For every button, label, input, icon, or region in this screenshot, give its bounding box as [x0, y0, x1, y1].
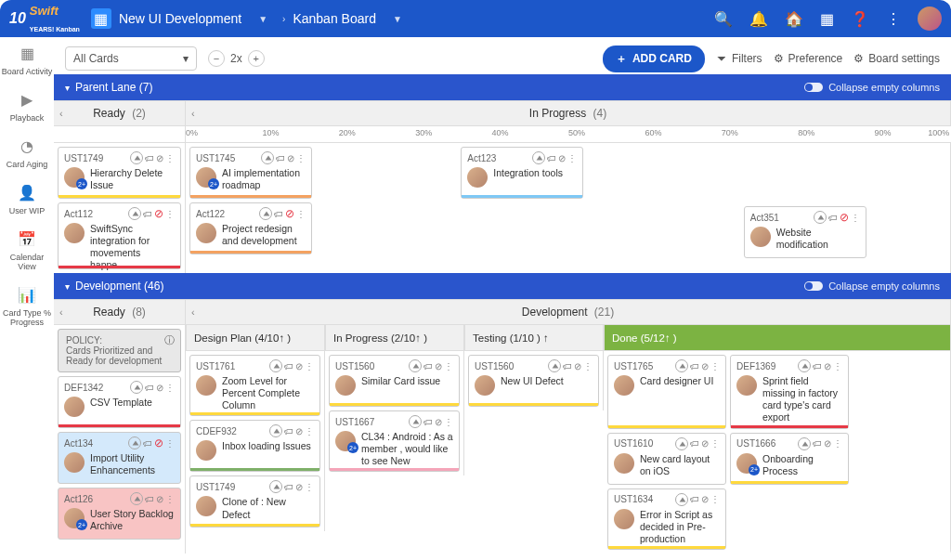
assignee-avatar[interactable] [335, 375, 356, 396]
sidebar-item-user-wip[interactable]: 👤User WIP [0, 184, 54, 215]
board-settings-button[interactable]: ⚙Board settings [853, 52, 940, 65]
user-avatar[interactable] [918, 7, 942, 31]
tag-icon[interactable]: 🏷 [145, 153, 154, 163]
kanban-card[interactable]: DEF1369 🏷 ⊘ ⋮ Sprint field missing in fa… [730, 355, 849, 429]
assignee-avatar[interactable] [196, 167, 216, 188]
hierarchy-icon[interactable] [798, 359, 811, 372]
kebab-icon[interactable]: ⋮ [305, 482, 314, 492]
tag-icon[interactable]: 🏷 [563, 361, 572, 371]
kanban-card[interactable]: DEF1342 🏷 ⊘ ⋮ CSV Template [58, 376, 181, 428]
board-name[interactable]: New UI Development [119, 11, 241, 26]
assignee-avatar[interactable] [196, 223, 216, 243]
hierarchy-icon[interactable] [128, 207, 141, 220]
kebab-icon[interactable]: ⋮ [710, 494, 720, 504]
assignee-avatar[interactable] [614, 375, 634, 396]
sidebar-item-calendar[interactable]: 📅Calendar View [0, 230, 54, 271]
hierarchy-icon[interactable] [675, 359, 688, 372]
zoom-in-button[interactable]: + [248, 50, 265, 67]
assignee-avatar[interactable] [475, 375, 495, 396]
kanban-card[interactable]: CDEF932 🏷 ⊘ ⋮ Inbox loading Issues [189, 420, 320, 472]
tag-icon[interactable]: 🏷 [690, 494, 699, 504]
kebab-icon[interactable]: ⋮ [886, 10, 901, 28]
tag-icon[interactable]: 🏷 [423, 361, 433, 371]
hierarchy-icon[interactable] [409, 415, 422, 428]
assignee-avatar[interactable] [64, 167, 85, 188]
kanban-card[interactable]: UST1761 🏷 ⊘ ⋮ Zoom Level for Percent Com… [189, 355, 320, 416]
kebab-icon[interactable]: ⋮ [296, 153, 306, 163]
tag-icon[interactable]: 🏷 [690, 361, 699, 371]
column-header-ready[interactable]: ‹ Ready (8) [54, 300, 186, 324]
kebab-icon[interactable]: ⋮ [710, 361, 720, 371]
hierarchy-icon[interactable] [130, 492, 143, 505]
info-icon[interactable]: ⓘ [164, 333, 175, 347]
kanban-card[interactable]: UST1667 🏷 ⊘ ⋮ CL34 : Android : As a memb… [329, 410, 460, 472]
card-filter-dropdown[interactable]: All Cards ▾ [65, 46, 197, 71]
kanban-card[interactable]: UST1749 🏷 ⊘ ⋮ Clone of : New Defect [189, 475, 320, 527]
kebab-icon[interactable]: ⋮ [444, 417, 453, 427]
help-icon[interactable]: ❓ [851, 10, 869, 28]
tag-icon[interactable]: 🏷 [276, 153, 285, 163]
hierarchy-icon[interactable] [130, 151, 143, 164]
kanban-card[interactable]: Act123 🏷 ⊘ ⋮ Integration tools [461, 147, 583, 199]
sidebar-item-board-activity[interactable]: ▦Board Activity [0, 45, 54, 76]
hierarchy-icon[interactable] [675, 437, 688, 450]
tag-icon[interactable]: 🏷 [813, 438, 822, 449]
chevron-down-icon[interactable]: ▼ [393, 14, 402, 24]
hierarchy-icon[interactable] [548, 359, 561, 372]
kebab-icon[interactable]: ⋮ [833, 438, 842, 449]
column-header-development[interactable]: ‹ Development (21) [186, 300, 951, 324]
assignee-avatar[interactable] [64, 452, 85, 473]
kebab-icon[interactable]: ⋮ [851, 213, 860, 223]
kebab-icon[interactable]: ⋮ [165, 383, 175, 393]
kebab-icon[interactable]: ⋮ [567, 153, 577, 163]
subcolumn-testing[interactable]: Testing (1/10 ) ↑ [464, 325, 604, 351]
tag-icon[interactable]: 🏷 [284, 361, 293, 371]
tag-icon[interactable]: 🏷 [547, 153, 556, 163]
kanban-card[interactable]: UST1749 🏷 ⊘ ⋮ Hierarchy Delete Issue [58, 147, 181, 199]
kebab-icon[interactable]: ⋮ [444, 361, 453, 371]
kebab-icon[interactable]: ⋮ [165, 494, 175, 504]
apps-icon[interactable]: ▦ [820, 10, 834, 28]
hierarchy-icon[interactable] [269, 480, 282, 493]
collapse-toggle[interactable] [804, 83, 823, 92]
lane-header-development[interactable]: ▾ Development (46) Collapse empty column… [54, 273, 951, 299]
assignee-avatar[interactable] [736, 375, 757, 396]
kanban-card[interactable]: UST1560 🏷 ⊘ ⋮ Similar Card issue [329, 355, 460, 407]
tag-icon[interactable]: 🏷 [145, 494, 154, 504]
subcolumn-inprogress[interactable]: In Progress (2/10↑ ) [325, 325, 464, 351]
kanban-card[interactable]: Act112 🏷 ⊘ ⋮ SwiftSync integration for m… [58, 202, 181, 269]
zoom-out-button[interactable]: − [208, 50, 225, 67]
kanban-card[interactable]: Act134 🏷 ⊘ ⋮ Import Utility Enhancements [58, 432, 181, 484]
column-header-inprogress[interactable]: ‹ In Progress (4) [186, 101, 951, 125]
kanban-card[interactable]: UST1666 🏷 ⊘ ⋮ Onboarding Process [730, 433, 849, 485]
tag-icon[interactable]: 🏷 [690, 438, 699, 449]
chevron-down-icon[interactable]: ▼ [258, 14, 267, 24]
assignee-avatar[interactable] [64, 223, 85, 243]
hierarchy-icon[interactable] [409, 359, 422, 372]
assignee-avatar[interactable] [614, 509, 634, 529]
kebab-icon[interactable]: ⋮ [165, 209, 175, 219]
assignee-avatar[interactable] [64, 508, 85, 528]
hierarchy-icon[interactable] [269, 359, 282, 372]
hierarchy-icon[interactable] [261, 151, 274, 164]
preference-button[interactable]: ⚙Preference [774, 52, 843, 65]
tag-icon[interactable]: 🏷 [828, 213, 838, 223]
kebab-icon[interactable]: ⋮ [583, 361, 593, 371]
hierarchy-icon[interactable] [130, 381, 143, 394]
kanban-card[interactable]: UST1765 🏷 ⊘ ⋮ Card designer UI [607, 355, 726, 429]
assignee-avatar[interactable] [335, 431, 356, 451]
tag-icon[interactable]: 🏷 [274, 209, 283, 219]
kanban-card[interactable]: Act126 🏷 ⊘ ⋮ User Story Backlog Archive [58, 488, 181, 540]
home-icon[interactable]: 🏠 [785, 10, 803, 28]
tag-icon[interactable]: 🏷 [145, 383, 154, 393]
kanban-card[interactable]: Act351 🏷 ⊘ ⋮ Website modification [744, 206, 866, 258]
tag-icon[interactable]: 🏷 [423, 417, 433, 427]
hierarchy-icon[interactable] [269, 424, 282, 437]
kebab-icon[interactable]: ⋮ [165, 438, 175, 449]
hierarchy-icon[interactable] [532, 151, 545, 164]
subcolumn-done[interactable]: Done (5/12↑ ) [604, 325, 951, 351]
assignee-avatar[interactable] [196, 440, 216, 461]
bell-icon[interactable]: 🔔 [749, 10, 768, 28]
tag-icon[interactable]: 🏷 [284, 482, 293, 492]
kebab-icon[interactable]: ⋮ [305, 361, 314, 371]
